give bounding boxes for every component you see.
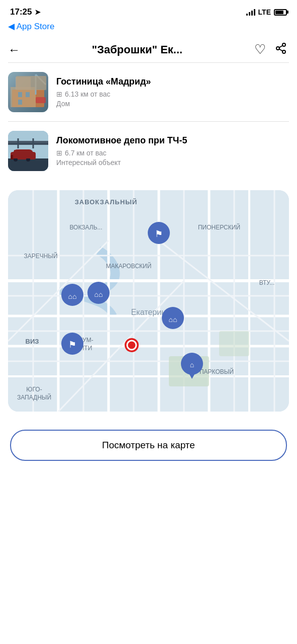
view-on-map-button[interactable]: Посмотреть на карте [10,430,287,461]
svg-rect-15 [8,143,48,144]
lte-label: LTE [258,8,271,16]
share-button[interactable] [275,42,287,57]
svg-point-21 [14,157,18,162]
svg-text:ПАРКОВЫЙ: ПАРКОВЫЙ [200,368,234,375]
svg-text:⌂: ⌂ [190,361,194,369]
svg-rect-48 [219,331,249,356]
bottom-section: Посмотреть на карте [0,422,297,473]
svg-text:ВТУ...: ВТУ... [259,279,275,286]
app-store-label: ◀ App Store [8,21,54,32]
nav-actions: ♡ [254,42,287,57]
depot-distance: ⊞ 6.7 км от вас [56,149,287,157]
svg-text:МАКАРОВСКИЙ: МАКАРОВСКИЙ [106,262,152,270]
hotel-distance: ⊞ 6.13 км от вас [56,90,287,98]
svg-point-73 [127,341,136,350]
map-container[interactable]: ЗАВОКЗАЛЬНЫЙ ВОКЗАЛЬ... ПИОНЕРСКИЙ ЗАРЕЧ… [8,190,289,412]
building-icon: ⊞ [56,90,62,98]
svg-text:ВИЗ: ВИЗ [26,338,39,345]
svg-line-4 [279,45,283,47]
hotel-image [8,72,48,112]
svg-text:⚑: ⚑ [68,340,76,350]
svg-point-22 [26,157,30,162]
svg-text:⚑: ⚑ [155,229,163,239]
svg-text:ЗАВОКЗАЛЬНЫЙ: ЗАВОКЗАЛЬНЫЙ [75,198,138,206]
svg-rect-5 [11,87,36,107]
back-button[interactable]: ← [8,43,20,57]
svg-text:ЗАРЕЧНЫЙ: ЗАРЕЧНЫЙ [24,252,57,260]
status-right-area: LTE [246,8,287,16]
svg-line-11 [36,74,46,85]
favorite-button[interactable]: ♡ [254,42,266,57]
page-title: "Заброшки" Ек... [26,43,248,56]
depot-name: Локомотивное депо при ТЧ-5 [56,135,287,146]
svg-text:ЮГО-: ЮГО- [26,386,42,393]
svg-text:⌂⌂: ⌂⌂ [68,292,77,300]
svg-rect-8 [26,92,30,97]
svg-line-3 [279,49,283,51]
svg-rect-19 [11,152,36,159]
battery-icon [274,9,287,16]
signal-icon [246,9,255,16]
app-store-bar: ◀ App Store [0,20,297,37]
svg-text:⌂⌂: ⌂⌂ [94,290,103,298]
list-item-hotel[interactable]: Гостиница «Мадрид» ⊞ 6.13 км от вас Дом [0,63,297,121]
hotel-thumbnail [8,72,48,112]
svg-rect-9 [18,100,22,105]
nav-header: ← "Заброшки" Ек... ♡ [0,37,297,62]
svg-rect-24 [8,190,289,412]
svg-rect-6 [16,77,31,90]
svg-rect-12 [36,97,46,103]
hotel-info: Гостиница «Мадрид» ⊞ 6.13 км от вас Дом [56,76,287,108]
depot-info: Локомотивное депо при ТЧ-5 ⊞ 6.7 км от в… [56,135,287,167]
time: 17:25 [10,7,32,17]
svg-rect-7 [18,92,22,97]
svg-text:ЗАПАДНЫЙ: ЗАПАДНЫЙ [17,393,51,401]
depot-thumbnail [8,131,48,171]
building-icon-2: ⊞ [56,149,62,157]
list-item-depot[interactable]: Локомотивное депо при ТЧ-5 ⊞ 6.7 км от в… [0,122,297,180]
app-store-link[interactable]: ◀ App Store [8,21,287,32]
svg-text:ПИОНЕРСКИЙ: ПИОНЕРСКИЙ [198,223,240,231]
map-svg: ЗАВОКЗАЛЬНЫЙ ВОКЗАЛЬ... ПИОНЕРСКИЙ ЗАРЕЧ… [8,190,289,412]
status-bar: 17:25 ➤ LTE [0,0,297,20]
hotel-type: Дом [56,100,287,108]
svg-text:⌂⌂: ⌂⌂ [169,315,177,324]
status-time-area: 17:25 ➤ [10,7,41,17]
location-arrow-icon: ➤ [35,8,41,16]
hotel-name: Гостиница «Мадрид» [56,76,287,87]
svg-text:ВОКЗАЛЬ...: ВОКЗАЛЬ... [69,224,102,231]
depot-type: Интересный объект [56,158,287,167]
svg-rect-23 [14,150,17,154]
